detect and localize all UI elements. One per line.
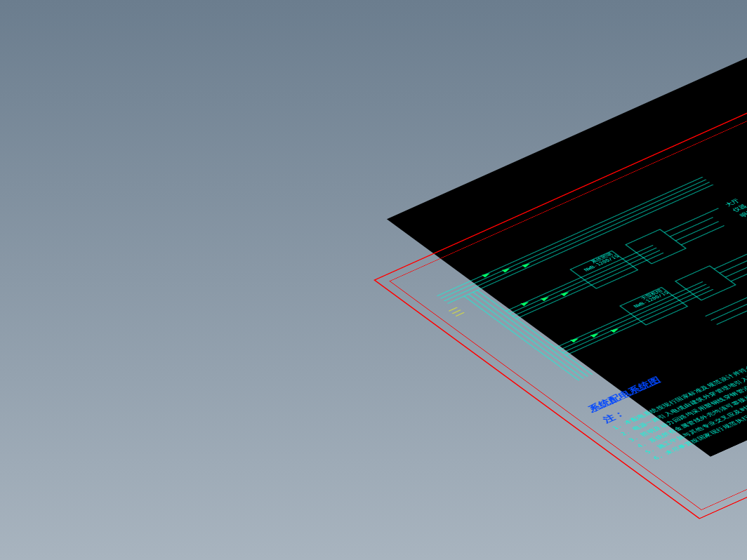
svg-marker-38 bbox=[502, 267, 512, 273]
svg-marker-33 bbox=[561, 291, 571, 296]
svg-line-27 bbox=[731, 262, 747, 281]
svg-marker-31 bbox=[520, 300, 530, 306]
svg-marker-32 bbox=[541, 295, 550, 301]
svg-rect-18 bbox=[626, 229, 686, 264]
drawing-sheet[interactable]: 系统照明 NWB-1200/1S 大型机组 NWB-1200/1S 大厅 仪器 … bbox=[374, 0, 747, 519]
note-line: 5. 施工中如与其他专业交叉应及时协调处理按现场实际调整 bbox=[643, 346, 747, 455]
cad-viewport[interactable]: 系统照明 NWB-1200/1S 大型机组 NWB-1200/1S 大厅 仪器 … bbox=[0, 0, 747, 560]
svg-line-14 bbox=[562, 287, 710, 353]
svg-line-41 bbox=[452, 310, 461, 314]
notes-zhu: 注： bbox=[598, 313, 747, 425]
svg-marker-39 bbox=[522, 262, 531, 268]
svg-line-5 bbox=[468, 294, 583, 378]
svg-line-12 bbox=[555, 281, 703, 347]
svg-marker-34 bbox=[570, 337, 580, 342]
notes-title: 系统配电系统图 bbox=[583, 302, 747, 414]
svg-line-13 bbox=[559, 284, 706, 350]
svg-rect-17 bbox=[620, 288, 687, 326]
box-note2: NWB-1200/1S bbox=[633, 291, 670, 309]
svg-marker-36 bbox=[610, 327, 620, 333]
svg-line-15 bbox=[566, 289, 713, 355]
note-line: 6. 未尽事宜按国家现行规范执行。 bbox=[652, 352, 747, 461]
svg-line-7 bbox=[477, 291, 593, 375]
svg-marker-37 bbox=[482, 272, 491, 278]
svg-line-42 bbox=[456, 312, 464, 316]
box-label2: 大型机组 bbox=[640, 288, 665, 301]
svg-line-20 bbox=[664, 208, 718, 233]
svg-line-26 bbox=[725, 258, 747, 278]
svg-line-29 bbox=[711, 281, 747, 321]
svg-marker-35 bbox=[590, 332, 600, 338]
svg-line-4 bbox=[464, 296, 579, 380]
notes-block: 系统配电系统图 注： 1. 本配电系统按现行国家标准及规范设计并符合当地供电部门… bbox=[583, 302, 747, 461]
note-line: 4. 系统所有金属管线外壳均须可靠接地接地电阻不大于四欧姆 bbox=[635, 340, 747, 449]
svg-line-25 bbox=[720, 254, 747, 274]
note-line: 3. 照明及动力回路均采用塑铜线穿钢管沿墙暗敷设至各用电设备 bbox=[627, 334, 747, 443]
svg-line-40 bbox=[449, 307, 457, 311]
svg-rect-19 bbox=[675, 266, 736, 300]
svg-line-28 bbox=[706, 276, 747, 316]
svg-line-30 bbox=[717, 285, 747, 325]
note-line: 1. 本配电系统按现行国家标准及规范设计并符合当地供电部门的要求 bbox=[610, 322, 747, 431]
note-line: 2. 电源一路引入电缆由建筑外穿管埋地引入配电室低压配电屏 bbox=[619, 328, 747, 437]
svg-line-6 bbox=[473, 292, 588, 376]
svg-line-24 bbox=[714, 250, 747, 269]
